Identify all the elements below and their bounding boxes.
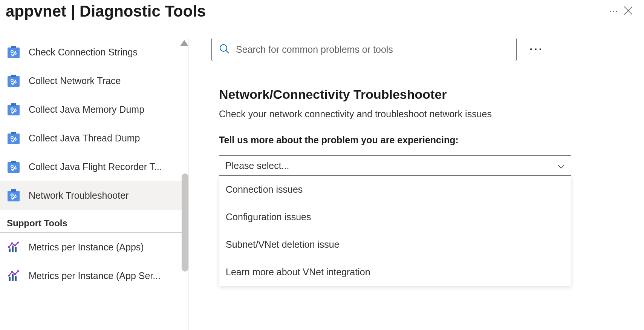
problem-dropdown: Connection issues Configuration issues S… [219,176,571,286]
svg-point-22 [11,243,13,244]
content-title: Network/Connectivity Troubleshooter [219,87,614,102]
svg-point-28 [8,275,10,277]
header: appvnet | Diagnostic Tools ··· [0,0,644,26]
sidebar-item-label: Metrics per Instance (Apps) [29,242,144,253]
svg-rect-9 [8,134,20,144]
sidebar-item-check-connection-strings[interactable]: Check Connection Strings [0,38,188,66]
tool-icon [7,189,20,202]
content: Network/Connectivity Troubleshooter Chec… [189,68,644,286]
dropdown-option-configuration-issues[interactable]: Configuration issues [219,203,571,231]
svg-rect-26 [12,274,14,281]
dropdown-option-connection-issues[interactable]: Connection issues [219,176,571,203]
sidebar-item-label: Metrics per Instance (App Ser... [29,270,161,281]
sidebar-item-label: Collect Java Thread Dump [29,133,140,144]
svg-rect-4 [11,75,16,77]
dropdown-option-learn-more-vnet[interactable]: Learn more about VNet integration [219,258,571,286]
metrics-icon [7,269,20,282]
sidebar-item-label: Collect Java Memory Dump [29,104,144,115]
content-prompt: Tell us more about the problem you are e… [219,135,614,146]
svg-rect-20 [15,247,17,252]
main-more-button[interactable]: ··· [528,41,545,57]
svg-rect-15 [8,191,20,201]
svg-rect-1 [11,46,16,48]
tool-icon [7,160,20,173]
sidebar: Check Connection Strings Collect Network… [0,38,188,330]
sidebar-item-metrics-per-instance-apps[interactable]: Metrics per Instance (Apps) [0,233,188,261]
svg-rect-25 [9,277,11,281]
sidebar-item-label: Network Troubleshooter [29,190,128,201]
tool-icon [7,103,20,116]
search-icon [219,43,230,56]
problem-select[interactable]: Please select... [219,155,571,176]
search-box[interactable] [211,38,517,61]
svg-point-30 [14,273,16,275]
tool-icon [7,45,20,59]
sidebar-item-label: Collect Java Flight Recorder T... [29,161,162,172]
svg-point-23 [14,245,16,247]
close-button[interactable] [620,2,636,20]
select-placeholder: Please select... [225,160,289,171]
svg-point-21 [8,246,10,248]
metrics-icon [7,240,20,254]
sidebar-section-header: Support Tools [0,212,188,233]
scroll-up-button[interactable] [180,40,188,46]
dropdown-option-subnet-vnet-deletion[interactable]: Subnet/VNet deletion issue [219,231,571,258]
sidebar-item-collect-java-thread-dump[interactable]: Collect Java Thread Dump [0,124,188,152]
sidebar-item-label: Check Connection Strings [29,47,138,58]
sidebar-item-network-troubleshooter[interactable]: Network Troubleshooter [0,181,188,210]
tool-icon [7,74,20,87]
svg-rect-16 [11,189,16,192]
tool-icon [7,131,20,145]
svg-rect-27 [15,276,17,281]
header-more-button[interactable]: ··· [608,5,620,18]
svg-rect-13 [11,161,16,163]
svg-rect-0 [8,48,20,58]
content-subtitle: Check your network connectivity and trou… [219,109,614,120]
sidebar-item-label: Collect Network Trace [29,75,121,86]
svg-rect-6 [8,105,20,115]
svg-rect-12 [8,162,20,173]
page-title: appvnet | Diagnostic Tools [6,2,597,20]
search-input[interactable] [236,44,509,55]
svg-point-31 [17,270,19,272]
svg-point-32 [220,45,227,51]
chevron-down-icon [557,160,565,171]
svg-rect-3 [8,76,20,87]
svg-rect-18 [9,249,11,252]
main-panel: ··· Network/Connectivity Troubleshooter … [188,38,644,330]
sidebar-item-collect-java-memory-dump[interactable]: Collect Java Memory Dump [0,95,188,124]
svg-point-24 [17,242,19,244]
search-row: ··· [189,38,644,68]
svg-rect-19 [12,246,14,252]
svg-rect-10 [11,132,16,134]
sidebar-item-collect-java-flight-recorder[interactable]: Collect Java Flight Recorder T... [0,152,188,181]
svg-point-29 [11,271,13,273]
close-icon [623,5,633,16]
sidebar-item-metrics-per-instance-app-service[interactable]: Metrics per Instance (App Ser... [0,261,188,290]
scrollbar-thumb[interactable] [182,173,188,272]
svg-rect-7 [11,103,16,106]
sidebar-item-collect-network-trace[interactable]: Collect Network Trace [0,66,188,95]
